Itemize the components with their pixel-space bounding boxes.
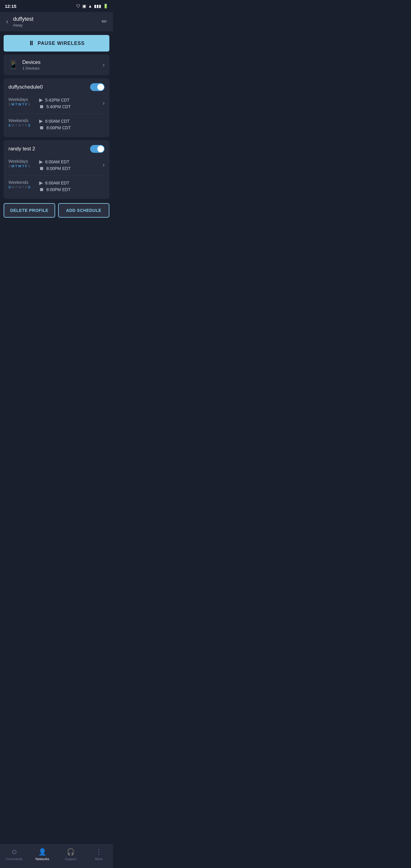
wknd-play-icon-1: ▶ [39,180,43,186]
wifi-icon: ▲ [88,4,92,8]
header: ‹ duffytest Away ✏ [0,12,113,31]
header-title: duffytest [13,16,97,22]
schedule-row-weekends-1[interactable]: Weekends S M T W T F S ▶ 6:00AM EDT ⏹ [8,178,104,194]
day-type-label-1: Weekdays [8,159,36,164]
times-weekends-0: ▶ 6:00AM CDT ⏹ 8:00PM CDT [39,118,104,130]
status-time: 12:15 [5,4,16,9]
schedule-row-weekdays-1[interactable]: Weekdays S M T W T F S ▶ 6:00AM EDT ⏹ [8,157,104,173]
days-row-weekends-1: S M T W T F S [8,185,36,189]
wknd-day-T2: T [22,124,24,127]
times-weekdays-0: ▶ 5:42PM CDT ⏹ 5:40PM CDT [39,97,99,110]
back-button[interactable]: ‹ [5,17,9,27]
end-time-row-1: ⏹ 8:00PM EDT [39,166,99,171]
header-subtitle: Away [13,23,97,27]
wknd-end-time-row-0: ⏹ 8:00PM CDT [39,125,104,130]
wknd-end-time-row-1: ⏹ 8:00PM EDT [39,187,104,192]
schedule-toggle-1[interactable] [90,145,104,153]
s1-day-F: F [25,164,27,168]
wknd-stop-icon-0: ⏹ [39,125,44,130]
devices-info: Devices 1 Devices [22,59,98,70]
day-F: F [25,102,27,106]
days-row-weekends-0: S M T W T F S [8,124,36,127]
wknd-day-S2: S [28,124,30,127]
devices-card[interactable]: 📱 Devices 1 Devices › [4,55,109,75]
days-section-weekends-1: Weekends S M T W T F S [8,180,36,189]
header-content: duffytest Away [13,16,97,27]
day-T: T [15,102,18,106]
schedule-card-0: duffyschedule0 Weekdays S M T W T F S ▶ [4,79,109,137]
devices-title: Devices [22,59,98,65]
play-icon-1: ▶ [39,159,43,164]
status-icons: 🛡 ▣ ▲ ▮▮▮ 🔋 [76,4,108,8]
wknd-end-time-0: 8:00PM CDT [46,125,71,130]
days-section-weekdays-1: Weekdays S M T W T F S [8,159,36,168]
schedule-card-1: randy test 2 Weekdays S M T W T F S ▶ [4,140,109,199]
s1-wknd-day-F: F [25,185,27,189]
edit-button[interactable]: ✏ [100,17,108,27]
add-schedule-button[interactable]: ADD SCHEDULE [58,203,110,218]
schedule-row-weekends-0[interactable]: Weekends S M T W T F S ▶ 6:00AM CDT ⏹ [8,116,104,132]
s1-day-S: S [8,164,10,168]
s1-wknd-day-T: T [15,185,18,189]
wknd-start-time-0: 6:00AM CDT [45,119,70,124]
row-chevron-0: › [103,100,104,106]
days-row-weekdays-1: S M T W T F S [8,164,36,168]
shield-icon: 🛡 [76,4,81,8]
day-M: M [11,102,14,106]
s1-wknd-day-S2: S [28,185,30,189]
end-time-row-0: ⏹ 5:40PM CDT [39,104,99,110]
day-type-label-0: Weekdays [8,97,36,102]
play-icon-0: ▶ [39,97,43,103]
row-chevron-1: › [103,162,104,168]
s1-day-S2: S [28,164,30,168]
times-weekdays-1: ▶ 6:00AM EDT ⏹ 8:00PM EDT [39,159,99,171]
schedule-divider-0 [8,114,104,114]
day-W: W [18,102,21,106]
wknd-play-icon-0: ▶ [39,118,43,124]
stop-icon-0: ⏹ [39,104,44,110]
times-weekends-1: ▶ 6:00AM EDT ⏹ 8:00PM EDT [39,180,104,192]
device-icon: 📱 [8,60,18,70]
weekend-type-label-1: Weekends [8,180,36,185]
schedule-header-1: randy test 2 [8,145,104,153]
s1-day-T: T [15,164,18,168]
start-time-0: 5:42PM CDT [45,98,70,102]
wknd-day-W: W [18,124,21,127]
schedule-name-0: duffyschedule0 [8,84,43,90]
devices-chevron-icon: › [103,62,104,68]
wknd-day-S: S [8,124,10,127]
wknd-day-M: M [11,124,14,127]
end-time-0: 5:40PM CDT [46,104,71,109]
pause-wireless-button[interactable]: ⏸ PAUSE WIRELESS [4,35,109,52]
wknd-start-time-row-0: ▶ 6:00AM CDT [39,118,104,124]
delete-profile-button[interactable]: DELETE PROFILE [4,203,55,218]
s1-day-M: M [11,164,14,168]
wknd-start-time-1: 6:00AM EDT [45,181,69,185]
pause-label: PAUSE WIRELESS [38,41,85,46]
s1-wknd-day-M: M [11,185,14,189]
s1-day-T2: T [22,164,24,168]
signal-icon: ▮▮▮ [94,4,101,8]
days-section-weekdays-0: Weekdays S M T W T F S [8,97,36,106]
sim-icon: ▣ [82,4,86,8]
start-time-1: 6:00AM EDT [45,159,69,164]
s1-wknd-day-W: W [18,185,21,189]
schedule-row-weekdays-0[interactable]: Weekdays S M T W T F S ▶ 5:42PM CDT ⏹ [8,95,104,111]
stop-icon-1: ⏹ [39,166,44,171]
day-T2: T [22,102,24,106]
schedule-toggle-0[interactable] [90,83,104,91]
status-bar: 12:15 🛡 ▣ ▲ ▮▮▮ 🔋 [0,0,113,12]
pause-icon: ⏸ [28,40,35,47]
wknd-day-T: T [15,124,18,127]
day-S: S [8,102,10,106]
start-time-row-0: ▶ 5:42PM CDT [39,97,99,103]
start-time-row-1: ▶ 6:00AM EDT [39,159,99,164]
battery-icon: 🔋 [103,4,108,8]
wknd-start-time-row-1: ▶ 6:00AM EDT [39,180,104,186]
days-row-weekdays-0: S M T W T F S [8,102,36,106]
day-S2: S [28,102,30,106]
action-buttons: DELETE PROFILE ADD SCHEDULE [4,203,109,218]
s1-wknd-day-S: S [8,185,10,189]
schedule-name-1: randy test 2 [8,146,35,152]
end-time-1: 8:00PM EDT [46,166,70,171]
